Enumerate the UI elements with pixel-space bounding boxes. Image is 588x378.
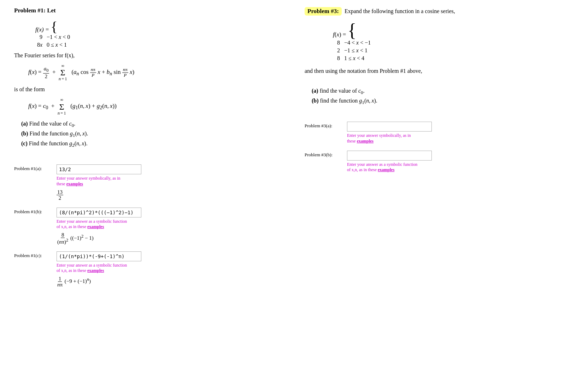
sub-part-b: (b) Find the function g1(n, x). [21, 130, 283, 138]
problem1-piecewise: f(x) = { 9 −1 < x < 0 8x 0 ≤ x < 1 [35, 20, 283, 48]
fourier-intro: The Fourier series for f(x), [14, 52, 283, 59]
piecewise-case-2: 8x 0 ≤ x < 1 [35, 42, 283, 48]
problem3-header-text: Expand the following function in a cosin… [345, 8, 455, 14]
answer-hint-c: Enter your answer as a symbolic function… [57, 263, 127, 274]
answer-input-b[interactable] [57, 208, 141, 217]
p3-answer-row-b: Problem #3(b): Enter your answer as a sy… [305, 151, 574, 173]
answer-row-c: Problem #1(c): Enter your answer as a sy… [14, 251, 283, 288]
p3-left-brace: { [348, 20, 357, 40]
answer-input-group-b: Enter your answer as a symbolic function… [57, 208, 141, 245]
p3-answer-hint-a: Enter your answer symbolically, as in th… [347, 133, 418, 144]
examples-link-a[interactable]: examples [66, 181, 83, 186]
form-formula: f(x) = c0 + ∞ Σ n = 1 (g1(n, x) + g2(n, … [28, 98, 283, 115]
answer-label-c: Problem #1(c): [14, 251, 53, 258]
p3-answer-label-a: Problem #3(a): [305, 122, 343, 129]
rendered-answer-c: 1 nπ (−9 + (−1)n) [57, 276, 141, 288]
sub-part-c: (c) Find the function g2(n, x). [21, 140, 283, 148]
form-summation: ∞ Σ n = 1 [58, 98, 66, 115]
problem1-header: Problem #1: Let [14, 7, 283, 14]
examples-link-b[interactable]: examples [87, 224, 104, 229]
answer-row-a: Problem #1(a): Enter your answer symboli… [14, 164, 283, 201]
p3-answer-label-b: Problem #3(b): [305, 151, 343, 158]
right-column: Problem #3: Expand the following functio… [298, 7, 574, 294]
p3-answer-input-group-a: Enter your answer symbolically, as in th… [347, 122, 432, 144]
answer-row-b: Problem #1(b): Enter your answer as a sy… [14, 208, 283, 245]
problem3-subparts: (a) find the value of c0. (b) find the f… [312, 88, 574, 105]
summation-limits: ∞ Σ n = 1 [59, 64, 67, 81]
problem3-piecewise: f(x) = { 8 −4 < x < −1 2 −1 ≤ x < 1 8 1 … [333, 21, 574, 62]
fourier-series-formula: f(x) = a0 2 + ∞ Σ n = 1 (an cos nπ P x +… [28, 64, 283, 81]
rendered-answer-a: 132 [57, 189, 141, 201]
p3-answer-input-group-b: Enter your answer as a symbolic function… [347, 151, 432, 173]
p3-sub-part-b: (b) find the function g1(n, x). [312, 98, 574, 105]
p3-sub-part-a: (a) find the value of c0. [312, 88, 574, 95]
problem1-label: Problem #1: [14, 7, 46, 14]
p3-answer-input-a[interactable] [347, 122, 432, 132]
problem1-header-text: Let [47, 7, 56, 14]
answer-input-group-c: Enter your answer as a symbolic function… [57, 251, 141, 288]
is-form-text: is of the form [14, 86, 283, 93]
piecewise-cases: 9 −1 < x < 0 8x 0 ≤ x < 1 [35, 34, 283, 48]
left-column: Problem #1: Let f(x) = { 9 −1 < x < 0 8x… [14, 7, 298, 294]
p3-case-1: 8 −4 < x < −1 [333, 40, 574, 46]
sub-part-a: (a) Find the value of c0. [21, 121, 283, 128]
p3-piecewise-cases: 8 −4 < x < −1 2 −1 ≤ x < 1 8 1 ≤ x < 4 [333, 40, 574, 62]
p3-answer-input-b[interactable] [347, 151, 432, 161]
piecewise-label: f(x) = [35, 26, 49, 33]
piecewise-case-1: 9 −1 < x < 0 [35, 34, 283, 40]
examples-link-c[interactable]: examples [87, 268, 104, 273]
answer-hint-b: Enter your answer as a symbolic function… [57, 219, 127, 230]
p3-notation-text: and then using the notation from Problem… [305, 68, 574, 74]
problem3-header-row: Problem #3: Expand the following functio… [305, 7, 574, 16]
rendered-answer-b: 8 (nπ)2 ((−1)2 − 1) [57, 232, 141, 245]
answer-input-a[interactable] [57, 164, 141, 174]
p3-case-3: 8 1 ≤ x < 4 [333, 55, 574, 62]
problem1-subparts: (a) Find the value of c0. (b) Find the f… [21, 121, 283, 149]
p3-examples-link-b[interactable]: examples [378, 167, 394, 172]
answer-input-group-a: Enter your answer symbolically, as in th… [57, 164, 141, 201]
answer-label-a: Problem #1(a): [14, 164, 53, 171]
p3-answer-row-a: Problem #3(a): Enter your answer symboli… [305, 122, 574, 144]
answer-hint-a: Enter your answer symbolically, as in th… [57, 176, 127, 187]
left-brace: { [51, 19, 58, 35]
p3-answer-hint-b: Enter your answer as a symbolic function… [347, 162, 418, 173]
p3-case-2: 2 −1 ≤ x < 1 [333, 47, 574, 54]
p3-examples-link-a[interactable]: examples [357, 139, 374, 144]
answer-label-b: Problem #1(b): [14, 208, 53, 215]
a0-over-2: a0 2 [43, 66, 49, 79]
problem3-highlight-label: Problem #3: [305, 7, 342, 16]
answer-input-c[interactable] [57, 251, 141, 261]
